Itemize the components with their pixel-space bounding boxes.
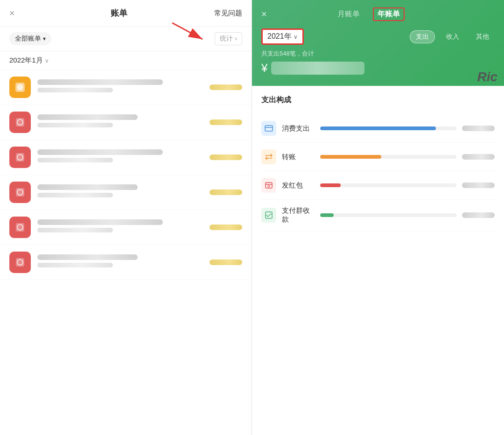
tx-amount-blur — [210, 225, 242, 230]
red-icon-graphic — [14, 116, 26, 128]
list-item[interactable] — [0, 140, 252, 175]
tx-name-blur — [37, 149, 163, 155]
type-filter-expense[interactable]: 支出 — [410, 30, 435, 43]
tx-content — [37, 114, 205, 130]
progress-bar-redpacket — [320, 183, 456, 187]
filter-dropdown[interactable]: 全部账单 ▾ — [9, 32, 51, 45]
tx-name-blur — [37, 114, 138, 120]
tx-amount — [205, 154, 242, 160]
tx-content — [37, 254, 205, 270]
filter-chevron: ▾ — [43, 35, 46, 42]
tx-icon-red — [9, 147, 31, 168]
tab-monthly[interactable]: 月账单 — [334, 7, 364, 21]
expense-label-consumption: 消费支出 — [282, 124, 315, 133]
tx-amount-blur — [210, 119, 242, 125]
progress-fill-consumption — [320, 126, 436, 130]
expense-icon-groupcollect — [261, 208, 276, 223]
summary-text: 共支出548笔，合计 — [261, 49, 495, 58]
expense-amount-blur-transfer — [462, 154, 495, 160]
tx-icon-red — [9, 217, 31, 238]
amount-yen-symbol: ¥ — [261, 62, 267, 75]
progress-fill-transfer — [320, 155, 381, 159]
tx-icon-yellow — [9, 77, 31, 98]
tx-name-blur — [37, 254, 138, 260]
tx-sub-blur — [37, 158, 113, 162]
section-title: 支出构成 — [261, 95, 495, 105]
tx-amount — [205, 84, 242, 90]
type-filter-income[interactable]: 收入 — [441, 31, 465, 43]
tx-amount — [205, 225, 242, 230]
expense-label-redpacket: 发红包 — [282, 181, 315, 190]
red-icon-graphic — [14, 221, 26, 233]
expense-icon-redpacket — [261, 178, 276, 193]
progress-fill-redpacket — [320, 183, 341, 187]
tx-sub-blur — [37, 193, 113, 197]
expense-amount-blur — [462, 126, 495, 131]
expense-icon-transfer — [261, 149, 276, 164]
year-label: 2021年 — [267, 32, 292, 42]
year-chevron: ∨ — [294, 34, 298, 40]
left-title: 账单 — [23, 7, 214, 19]
left-close-button[interactable]: × — [9, 8, 23, 19]
progress-fill-groupcollect — [320, 213, 334, 217]
stats-button[interactable]: 统计 › — [215, 32, 242, 45]
right-content: 支出构成 消费支出 转账 — [252, 86, 504, 435]
tx-amount-blur — [210, 84, 242, 90]
month-selector[interactable]: 2022年1月 ∨ — [0, 51, 252, 70]
tx-sub-blur — [37, 228, 113, 232]
expense-amount-blur-redpacket — [462, 182, 495, 188]
svg-point-18 — [268, 185, 270, 187]
tx-name-blur — [37, 184, 138, 190]
expense-icon-consumption — [261, 121, 276, 136]
expense-item-consumption[interactable]: 消费支出 — [261, 114, 495, 143]
tx-sub-blur — [37, 88, 113, 92]
expense-label-transfer: 转账 — [282, 153, 315, 161]
progress-bar-transfer — [320, 155, 456, 159]
list-item[interactable] — [0, 210, 252, 245]
left-header: × 账单 常见问题 — [0, 0, 252, 27]
list-item[interactable] — [0, 245, 252, 280]
yellow-icon-graphic — [14, 81, 26, 93]
tab-yearly[interactable]: 年账单 — [373, 7, 405, 21]
list-item[interactable] — [0, 175, 252, 210]
tx-sub-blur — [37, 263, 113, 267]
right-panel: × 月账单 年账单 2021年 ∨ 支出 收入 其他 共支出548笔，合计 ¥ — [252, 0, 504, 435]
consumption-icon — [265, 124, 273, 133]
left-panel: × 账单 常见问题 全部账单 ▾ 统计 › 2022年1月 ∨ — [0, 0, 252, 435]
tx-content — [37, 184, 205, 200]
year-dropdown[interactable]: 2021年 ∨ — [261, 28, 304, 45]
tx-content — [37, 149, 205, 165]
month-label: 2022年1月 — [9, 56, 43, 65]
red-icon-graphic — [14, 151, 26, 163]
redpacket-icon — [265, 181, 273, 189]
expense-label-groupcollect: 支付群收款 — [282, 206, 315, 224]
progress-bar-consumption — [320, 126, 456, 130]
expense-item-redpacket[interactable]: 发红包 — [261, 171, 495, 200]
groupcollect-icon — [265, 211, 273, 219]
svg-point-3 — [17, 84, 23, 91]
tab-group: 月账单 年账单 — [258, 7, 481, 21]
filter-label: 全部账单 — [15, 35, 41, 43]
red-icon-graphic — [14, 186, 26, 198]
month-chevron: ∨ — [45, 57, 49, 64]
red-icon-graphic — [14, 256, 26, 268]
transaction-list — [0, 70, 252, 435]
tx-amount — [205, 119, 242, 125]
amount-blur — [271, 62, 364, 75]
type-filter-other[interactable]: 其他 — [470, 31, 495, 43]
list-item[interactable] — [0, 105, 252, 140]
svg-rect-14 — [265, 126, 273, 131]
tx-icon-red — [9, 252, 31, 273]
expense-item-groupcollect[interactable]: 支付群收款 — [261, 200, 495, 231]
tx-icon-red — [9, 182, 31, 203]
tx-content — [37, 219, 205, 235]
list-item[interactable] — [0, 70, 252, 105]
tx-amount — [205, 260, 242, 265]
amount-display: ¥ — [261, 62, 495, 75]
expense-item-transfer[interactable]: 转账 — [261, 143, 495, 171]
right-top-bar: × 月账单 年账单 — [261, 7, 495, 21]
tx-amount-blur — [210, 154, 242, 160]
type-filters: 支出 收入 其他 — [410, 30, 495, 43]
faq-link[interactable]: 常见问题 — [214, 9, 242, 18]
year-filter-row: 2021年 ∨ 支出 收入 其他 — [261, 28, 495, 45]
